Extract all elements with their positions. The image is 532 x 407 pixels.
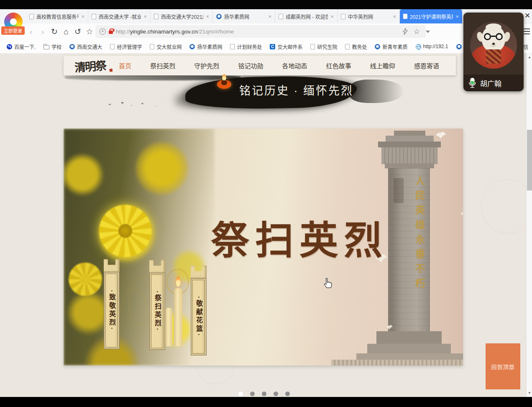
tab-label: 成都英烈网 - 欢迎您 [286,13,328,20]
hero-tag[interactable]: ·致敬英烈· [104,259,120,349]
tab-label: 西南交通大学 -就业网 [99,13,141,20]
back-button[interactable]: ‹ [25,27,37,36]
page-icon [230,44,235,49]
browser-tab[interactable]: 西南交通大学 -就业网× [88,9,151,23]
site-nav-item[interactable]: 守护先烈 [194,61,219,70]
carousel-dot[interactable] [285,392,290,396]
site-nav-item[interactable]: 祭扫英烈 [150,61,175,70]
bookmark-item[interactable]: 扬华素质网 [189,43,222,50]
site-nav-item[interactable]: 感恩寄语 [414,61,439,70]
bookmark-item[interactable]: 交大邮件系 [270,43,302,50]
oil-lamp-icon [217,80,231,89]
browser-tab[interactable]: 2021守护清明祭英烈× [400,9,462,23]
letterbox-top [0,0,532,9]
page-icon [154,14,159,19]
hero-tag[interactable]: ·敬献花篮· [191,265,207,355]
site-nav-item[interactable]: 铭记功勋 [238,61,263,70]
mouse-cursor [322,277,333,290]
site-nav-item[interactable]: 线上瞻仰 [370,61,395,70]
shield-plus-icon[interactable]: + [100,28,106,35]
tag-hanger [191,265,207,278]
site-nav-item[interactable]: 红色故事 [326,61,351,70]
browser-tab[interactable]: 扬华素质网× [213,9,275,23]
paper-watermark [481,179,526,234]
video-participant-overlay[interactable]: 胡广翰 [463,13,524,91]
scroll-up-arrow[interactable]: ▲ [527,54,532,60]
tab-bar: 高校教育信息服务平台×西南交通大学 -就业网×西南交通大学2021届春×扬华素质… [0,9,532,23]
site-nav-item[interactable]: 各地动态 [282,61,307,70]
flame-icon [222,74,226,80]
carousel-dots [238,392,290,396]
ink-stroke-left [65,75,240,80]
carousel-dot[interactable] [262,392,266,396]
browser-tab[interactable]: 高校教育信息服务平台× [26,9,88,23]
bookmark-label: 交大就业网 [156,43,182,50]
bookmark-label: 教务处 [352,43,367,50]
back-to-top-button[interactable]: 回到顶部 [486,343,520,389]
menu-icon[interactable] [523,28,530,34]
login-badge[interactable]: 立即登录 [1,26,25,35]
page-icon [345,44,350,49]
bookmark-item[interactable]: 计划财务处 [230,43,262,50]
swjtu-icon [216,14,222,19]
bookmark-item[interactable]: 教务处 [345,43,367,50]
bookmark-item[interactable]: 学校 [43,43,61,50]
reload-button[interactable]: ↻ [49,27,60,36]
banner-tagline: 铭记历史 · 缅怀先烈 [239,82,353,98]
tab-close-icon[interactable]: × [330,13,334,20]
browser-toolbar: ‹ › ↻ ⌂ ↺ ☆ + http://yinglie.chinamartyr… [0,23,532,40]
browser-tab[interactable]: 中华英烈网× [338,9,400,23]
flash-icon[interactable] [403,28,408,35]
forward-button[interactable]: › [37,27,49,36]
bookmark-label: 新青年素质 [382,43,407,50]
hero-banner[interactable]: 人民英雄永垂不朽 祭扫英烈 ·致敬英烈··祭扫英烈··敬献花篮· [64,129,463,366]
site-nav-item[interactable]: 首页 [119,61,131,70]
scroll-down-arrow[interactable]: ▼ [527,390,532,396]
browser-tab[interactable]: 西南交通大学2021届春× [151,9,213,23]
tab-close-icon[interactable]: × [455,13,459,20]
tab-close-icon[interactable]: × [81,13,84,20]
hero-tag[interactable]: ·祭扫英烈· [149,260,165,350]
tab-close-icon[interactable]: × [143,13,147,20]
undo-button[interactable]: ↺ [72,27,84,36]
carousel-dot[interactable] [274,392,278,396]
tag-label: ·致敬英烈· [107,290,117,331]
site-logo[interactable]: 清明祭 [74,56,115,75]
bookmark-item[interactable]: 百度一下. [7,43,36,50]
address-bar[interactable]: + http://yinglie.chinamartyrs.gov.cn/21q… [95,25,426,38]
bookmark-item[interactable]: 经济管理学 [110,43,142,50]
close-icon[interactable]: ✕ [523,12,532,20]
page-icon [110,44,115,49]
candle [165,308,172,346]
tab-close-icon[interactable]: × [393,13,396,20]
bookmark-item[interactable]: 新青年素质 [375,43,407,50]
bookmark-item[interactable]: 西南交通大 [69,43,102,50]
swjtu-icon [69,44,75,49]
favorite-star-icon[interactable]: ☆ [414,27,420,36]
tag-body: ·敬献花篮· [191,278,207,355]
page-scrollbar[interactable]: ▲ ▼ [526,54,532,397]
scrollbar-thumb[interactable] [527,130,532,191]
tab-label: 高校教育信息服务平台 [36,13,79,20]
bookmark-item[interactable]: 交大就业网 [150,43,182,50]
bookmark-label: 百度一下. [14,43,36,50]
tag-label: ·祭扫英烈· [152,291,162,332]
tab-label: 2021守护清明祭英烈 [410,13,453,20]
webpage: 清明祭 首页祭扫英烈守护先烈铭记功勋各地动态红色故事线上瞻仰感恩寄语 铭记历史 … [0,54,526,397]
page-icon [341,14,345,19]
bookmark-item[interactable]: http://192.1 [416,44,448,49]
carousel-dot[interactable] [250,392,255,396]
browser-tab[interactable]: 成都英烈网 - 欢迎您× [275,9,338,23]
chevron-down-icon[interactable] [426,31,430,33]
tag-hanger [149,260,165,273]
screen: 立即登录 高校教育信息服务平台×西南交通大学 -就业网×西南交通大学2021届春… [0,0,532,407]
bookmark-label: 西南交通大 [77,43,102,50]
tab-close-icon[interactable]: × [268,13,271,20]
carousel-dot[interactable] [238,392,243,396]
bookmark-star-button[interactable]: ☆ [84,27,95,36]
candle [174,288,182,346]
tab-close-icon[interactable]: × [206,13,209,20]
home-button[interactable]: ⌂ [60,27,72,36]
ink-stroke-tail [350,80,404,103]
bookmark-item[interactable]: 研究生院 [310,43,337,50]
